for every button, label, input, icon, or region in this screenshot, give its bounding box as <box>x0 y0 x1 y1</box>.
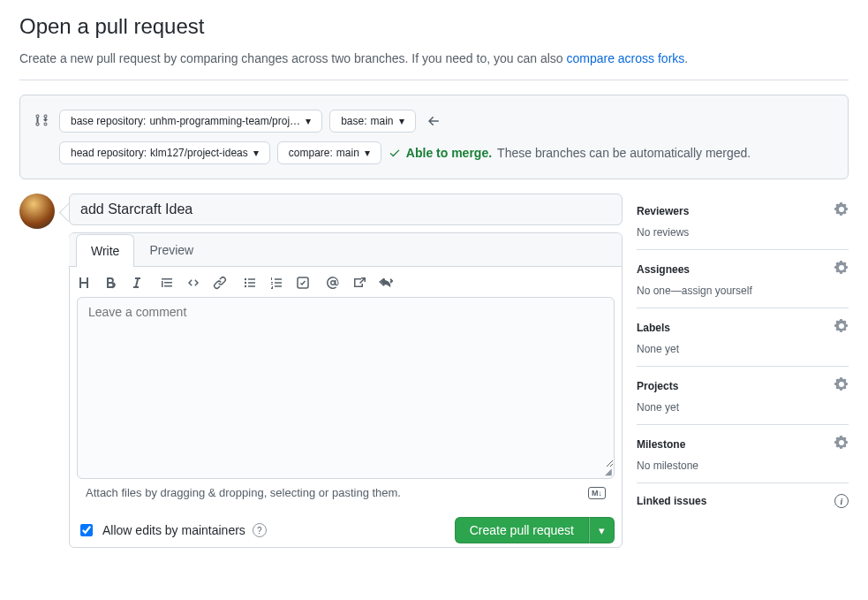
milestone-body: No milestone <box>637 459 849 472</box>
linked-issues-title: Linked issues <box>637 495 706 507</box>
svg-point-0 <box>245 278 246 280</box>
pr-title-input[interactable] <box>69 194 623 225</box>
caret-down-icon: ▾ <box>365 147 370 159</box>
reviewers-body: No reviews <box>637 226 849 239</box>
arrow-left-icon <box>423 114 444 128</box>
user-avatar[interactable] <box>19 194 55 229</box>
sidebar: Reviewers No reviews Assignees No one—as… <box>637 194 849 526</box>
allow-edits-input[interactable] <box>80 524 93 536</box>
heading-button[interactable] <box>77 276 91 290</box>
caret-down-icon: ▾ <box>599 524 605 537</box>
labels-body: None yet <box>637 343 849 355</box>
assignees-body: No one—assign yourself <box>637 285 849 297</box>
compare-branch-select[interactable]: compare: main ▾ <box>277 141 381 164</box>
attach-files-hint[interactable]: Attach files by dragging & dropping, sel… <box>86 486 401 499</box>
resize-handle[interactable]: ◢ <box>605 467 614 478</box>
page-subtitle: Create a new pull request by comparing c… <box>19 51 849 65</box>
assignees-title: Assignees <box>637 263 690 276</box>
compare-icon <box>34 113 49 130</box>
caret-down-icon: ▾ <box>399 115 404 127</box>
compare-forks-link[interactable]: compare across forks <box>566 51 684 65</box>
caret-down-icon: ▾ <box>253 147 259 159</box>
help-icon[interactable]: ? <box>253 523 267 537</box>
labels-title: Labels <box>637 322 670 334</box>
quote-button[interactable] <box>160 276 174 290</box>
mention-button[interactable] <box>326 276 340 290</box>
link-button[interactable] <box>213 276 227 290</box>
gear-icon[interactable] <box>834 436 849 452</box>
projects-body: None yet <box>637 401 849 414</box>
tasklist-button[interactable] <box>296 276 310 290</box>
gear-icon[interactable] <box>834 261 849 277</box>
create-pr-dropdown[interactable]: ▾ <box>589 517 615 543</box>
header-divider <box>19 80 849 80</box>
markdown-icon[interactable]: M↓ <box>588 487 606 499</box>
info-icon[interactable]: i <box>834 494 849 508</box>
gear-icon[interactable] <box>834 202 849 219</box>
gear-icon[interactable] <box>834 377 849 394</box>
merge-status: Able to merge. These branches can be aut… <box>389 146 751 160</box>
comment-textarea[interactable] <box>78 298 614 467</box>
markdown-toolbar <box>70 267 622 297</box>
unordered-list-button[interactable] <box>243 276 257 290</box>
svg-point-2 <box>245 285 246 287</box>
tab-write[interactable]: Write <box>76 234 134 267</box>
reply-button[interactable] <box>379 276 393 290</box>
reviewers-title: Reviewers <box>637 205 689 217</box>
milestone-title: Milestone <box>637 438 685 451</box>
page-title: Open a pull request <box>19 14 849 39</box>
bold-button[interactable] <box>103 276 117 290</box>
ordered-list-button[interactable] <box>269 276 283 290</box>
code-button[interactable] <box>186 276 200 290</box>
assign-yourself-link[interactable]: assign yourself <box>682 285 752 297</box>
italic-button[interactable] <box>130 276 144 290</box>
range-editor: base repository: unhm-programming-team/p… <box>19 95 849 179</box>
base-repo-select[interactable]: base repository: unhm-programming-team/p… <box>59 110 322 133</box>
create-pr-button[interactable]: Create pull request <box>455 517 589 543</box>
tab-preview[interactable]: Preview <box>134 233 208 266</box>
gear-icon[interactable] <box>834 319 849 336</box>
caret-down-icon: ▾ <box>306 115 311 127</box>
projects-title: Projects <box>637 380 678 392</box>
svg-point-1 <box>245 282 246 284</box>
cross-reference-button[interactable] <box>352 276 366 290</box>
head-repo-select[interactable]: head repository: klm127/project-ideas ▾ <box>59 141 270 164</box>
base-branch-select[interactable]: base: main ▾ <box>329 110 415 133</box>
allow-edits-checkbox[interactable]: Allow edits by maintainers ? <box>77 521 267 539</box>
check-icon <box>389 147 401 159</box>
